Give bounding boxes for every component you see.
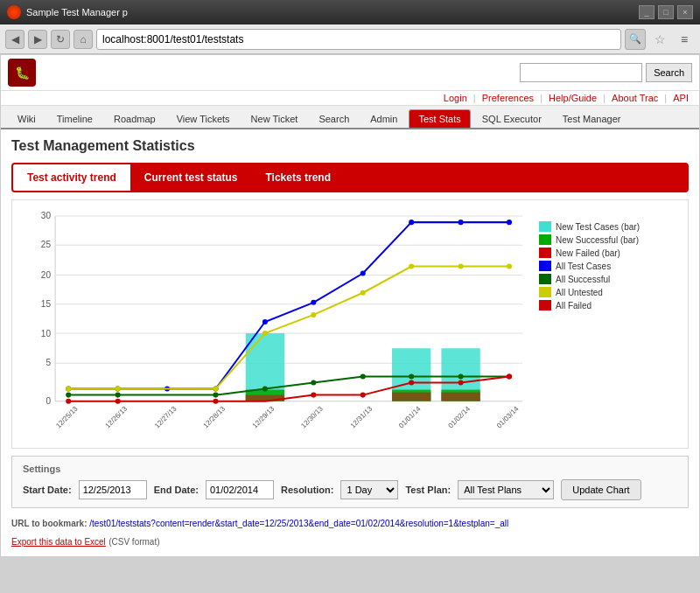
svg-text:01/01/14: 01/01/14 <box>397 404 423 429</box>
dot-untested-4 <box>311 312 316 317</box>
dot-untested-0 <box>66 387 71 392</box>
trac-search-button[interactable]: Search <box>646 63 692 82</box>
top-links: Login | Preferences | Help/Guide | About… <box>1 91 699 106</box>
svg-text:20: 20 <box>41 270 52 280</box>
legend-item-new-failed: New Failed (bar) <box>539 248 674 258</box>
browser-menu-button[interactable]: ≡ <box>674 29 695 50</box>
dot-all-test-cases-8 <box>458 220 464 225</box>
dot-all-test-cases-4 <box>262 319 268 324</box>
nav-admin[interactable]: Admin <box>360 109 407 128</box>
test-plan-select[interactable]: All Test Plans <box>458 480 554 499</box>
svg-text:12/30/13: 12/30/13 <box>299 404 325 429</box>
dot-untested-7 <box>458 263 464 269</box>
page: 🐛 Search Login | Preferences | Help/Guid… <box>0 54 700 557</box>
nav-test-stats[interactable]: Test Stats <box>409 109 470 128</box>
search-button[interactable]: 🔍 <box>625 29 646 50</box>
svg-text:0: 0 <box>46 396 51 406</box>
dot-all-successful-3 <box>262 387 268 392</box>
dot-all-successful-4 <box>311 380 316 385</box>
start-date-input[interactable] <box>79 480 147 499</box>
legend-label-new-test-cases: New Test Cases (bar) <box>556 222 640 232</box>
dot-all-successful-5 <box>360 373 366 379</box>
trac-search-input[interactable] <box>520 63 642 82</box>
bookmark-url[interactable]: /test01/teststats?content=render&start_d… <box>89 519 508 528</box>
dot-untested-1 <box>116 387 121 392</box>
settings-row: Start Date: End Date: Resolution: 1 Day … <box>23 479 677 500</box>
legend-item-new-test-cases: New Test Cases (bar) <box>539 221 674 232</box>
tab-test-activity-trend[interactable]: Test activity trend <box>13 164 130 191</box>
svg-text:12/29/13: 12/29/13 <box>251 404 276 429</box>
chart-inner: 30 25 20 15 10 5 0 <box>19 207 681 441</box>
svg-text:5: 5 <box>46 358 51 367</box>
dot-failed-1 <box>116 399 121 404</box>
help-link[interactable]: Help/Guide <box>549 93 597 103</box>
dot-all-successful-2 <box>213 393 218 398</box>
legend-item-all-test-cases: All Test Cases <box>539 261 674 271</box>
maximize-button[interactable]: □ <box>658 5 674 19</box>
nav-new-ticket[interactable]: New Ticket <box>242 109 308 128</box>
trac-header: 🐛 Search <box>1 55 699 91</box>
svg-text:15: 15 <box>41 299 52 309</box>
legend-color-all-test-cases <box>539 261 551 271</box>
svg-text:25: 25 <box>41 240 52 249</box>
test-plan-label: Test Plan: <box>405 485 451 495</box>
login-link[interactable]: Login <box>444 93 467 103</box>
svg-text:12/27/13: 12/27/13 <box>153 404 178 429</box>
dot-untested-6 <box>409 263 414 269</box>
end-date-input[interactable] <box>206 480 274 499</box>
dot-untested-5 <box>360 290 366 296</box>
tab-tickets-trend[interactable]: Tickets trend <box>252 164 345 191</box>
nav-sql-executor[interactable]: SQL Executor <box>472 109 551 128</box>
nav-wiki[interactable]: Wiki <box>8 109 46 128</box>
nav-timeline[interactable]: Timeline <box>47 109 102 128</box>
nav-bar: Wiki Timeline Roadmap View Tickets New T… <box>1 106 699 129</box>
legend-label-all-untested: All Untested <box>556 288 603 297</box>
dot-all-test-cases-7 <box>409 220 414 225</box>
dot-failed-4 <box>360 393 366 398</box>
svg-text:01/02/14: 01/02/14 <box>447 404 472 429</box>
window-title: Sample Test Manager p <box>26 7 639 17</box>
export-link[interactable]: Export this data to Excel <box>11 537 106 547</box>
minimize-button[interactable]: _ <box>639 5 654 19</box>
svg-text:12/25/13: 12/25/13 <box>54 404 80 429</box>
chart-legend: New Test Cases (bar) New Successful (bar… <box>532 214 681 441</box>
nav-search[interactable]: Search <box>309 109 359 128</box>
trac-logo: 🐛 <box>8 59 36 87</box>
tab-current-test-status[interactable]: Current test status <box>130 164 252 191</box>
bar-new-failed-2 <box>392 393 430 401</box>
legend-item-all-successful: All Successful <box>539 274 674 284</box>
legend-label-all-successful: All Successful <box>556 275 610 284</box>
nav-roadmap[interactable]: Roadmap <box>104 109 165 128</box>
resolution-select[interactable]: 1 Day 1 Week 1 Month <box>340 480 398 499</box>
svg-text:10: 10 <box>41 329 52 338</box>
chart-svg-area: 30 25 20 15 10 5 0 <box>19 207 532 441</box>
update-chart-button[interactable]: Update Chart <box>561 479 640 500</box>
close-button[interactable]: × <box>677 5 693 19</box>
chart-container: 30 25 20 15 10 5 0 <box>11 199 689 449</box>
end-date-label: End Date: <box>154 485 199 495</box>
api-link[interactable]: API <box>673 93 689 103</box>
nav-view-tickets[interactable]: View Tickets <box>167 109 240 128</box>
forward-button[interactable]: ▶ <box>28 30 47 49</box>
nav-test-manager[interactable]: Test Manager <box>553 109 631 128</box>
home-button[interactable]: ⌂ <box>74 30 93 49</box>
preferences-link[interactable]: Preferences <box>482 93 534 103</box>
legend-item-new-successful: New Successful (bar) <box>539 234 674 245</box>
dot-all-test-cases-9 <box>507 220 512 225</box>
legend-color-all-failed <box>539 300 551 310</box>
back-button[interactable]: ◀ <box>5 30 24 49</box>
bar-new-failed-3 <box>441 393 480 401</box>
refresh-button[interactable]: ↻ <box>51 30 70 49</box>
about-link[interactable]: About Trac <box>612 93 658 103</box>
legend-item-all-untested: All Untested <box>539 287 674 297</box>
url-bookmark: URL to bookmark: /test01/teststats?conte… <box>11 515 689 532</box>
legend-color-new-test-cases <box>539 221 551 232</box>
bookmark-button[interactable]: ☆ <box>649 29 670 50</box>
legend-color-new-successful <box>539 234 551 245</box>
settings-box: Settings Start Date: End Date: Resolutio… <box>11 456 689 508</box>
dot-untested-8 <box>507 263 512 269</box>
trac-search-area: Search <box>520 63 692 82</box>
start-date-label: Start Date: <box>23 485 72 495</box>
url-input[interactable] <box>96 29 621 50</box>
legend-color-all-successful <box>539 274 551 284</box>
